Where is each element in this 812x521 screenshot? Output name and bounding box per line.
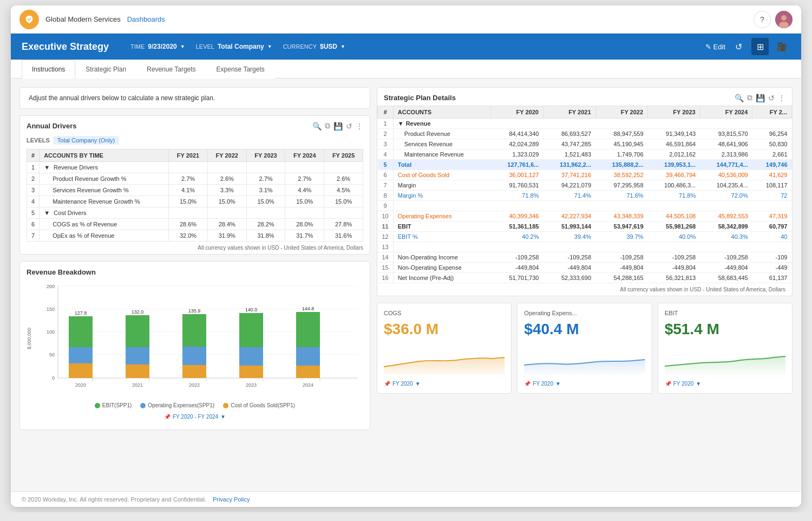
level-value: Total Company: [218, 43, 264, 50]
svg-point-1: [781, 15, 787, 21]
time-arrow: ▼: [180, 44, 185, 49]
dashboards-link[interactable]: Dashboards: [127, 15, 165, 23]
bar-chart: 200 150 100 50 0 127.8: [33, 281, 363, 394]
cogs-dot: [223, 403, 228, 408]
plan-table-wrapper[interactable]: # ACCOUNTS FY 2020 FY 2021 FY 2022 FY 20…: [377, 106, 792, 283]
save-icon[interactable]: 💾: [756, 94, 765, 102]
kpi-opex: Operating Expens... $40.4 M: [517, 303, 652, 394]
help-icon[interactable]: ?: [754, 11, 771, 28]
workday-logo: [19, 10, 39, 29]
main-content: Adjust the annual drivers below to calcu…: [11, 79, 801, 491]
table-row: 5 ▼ Cost Drivers: [27, 207, 363, 219]
currency-value: $USD: [320, 43, 337, 50]
svg-text:2023: 2023: [246, 382, 257, 388]
instructions-card: Adjust the annual drivers below to calcu…: [19, 87, 370, 109]
cogs-time: FY 2020: [392, 381, 413, 387]
table-row: 3 Services Revenue Growth % 4.1%3.3%3.1%…: [27, 185, 363, 196]
kpi-ebit-footer[interactable]: 📌 FY 2020 ▼: [665, 381, 785, 387]
camera-button[interactable]: 🎥: [773, 38, 790, 55]
svg-text:2021: 2021: [132, 382, 143, 388]
pin-icon: 📌: [665, 381, 671, 387]
svg-rect-25: [182, 314, 206, 347]
search-icon[interactable]: 🔍: [312, 122, 322, 131]
currency-filter[interactable]: CURRENCY $USD ▼: [283, 43, 345, 50]
svg-rect-20: [126, 315, 149, 347]
copy-icon[interactable]: ⧉: [747, 93, 752, 102]
table-row: 1 ▼ Revenue Drivers: [27, 162, 363, 173]
tab-expense-targets[interactable]: Expense Targets: [206, 60, 275, 79]
svg-rect-17: [69, 363, 93, 378]
table-row: 14 Non-Operating Income -109,258-109,258…: [378, 252, 792, 263]
svg-rect-36: [296, 347, 320, 366]
kpi-cogs-value: $36.0 M: [384, 321, 505, 338]
more-icon[interactable]: ⋮: [778, 94, 785, 102]
save-icon[interactable]: 💾: [333, 122, 343, 131]
chart-footer-arrow: ▼: [220, 414, 226, 420]
strategic-plan-card: Strategic Plan Details 🔍 ⧉ 💾 ↺ ⋮ #: [377, 87, 793, 296]
more-icon[interactable]: ⋮: [356, 122, 363, 131]
ebit-label: EBIT(SPP1): [102, 402, 132, 408]
currency-label: CURRENCY: [283, 43, 317, 50]
legend-ebit: EBIT(SPP1): [95, 402, 132, 408]
table-row: 13: [378, 242, 792, 252]
cogs-label: Cost of Goods Sold(SPP1): [231, 402, 295, 408]
copy-icon[interactable]: ⧉: [325, 121, 330, 131]
levels-value[interactable]: Total Company (Only): [53, 136, 119, 145]
svg-text:0: 0: [52, 375, 55, 381]
currency-arrow: ▼: [340, 44, 345, 49]
annual-drivers-card: Annual Drivers 🔍 ⧉ 💾 ↺ ⋮ LEVELS Total Co…: [19, 115, 370, 255]
right-panel: Strategic Plan Details 🔍 ⧉ 💾 ↺ ⋮ #: [377, 87, 793, 483]
svg-text:140.0: 140.0: [245, 307, 258, 312]
table-row: 10 Operating Expenses 40,399,34642,227,9…: [378, 211, 792, 222]
currency-note: All currency values shown in USD - Unite…: [20, 242, 370, 254]
app-footer: © 2020 Workday, Inc. All rights reserved…: [11, 491, 801, 507]
svg-rect-15: [69, 316, 93, 347]
chart-footer[interactable]: 📌 FY 2020 - FY 2024 ▼: [27, 411, 363, 423]
svg-text:2024: 2024: [303, 382, 313, 388]
user-avatar[interactable]: [775, 11, 793, 28]
legend-cogs: Cost of Goods Sold(SPP1): [223, 402, 295, 408]
company-name: Global Modern Services: [45, 15, 121, 23]
svg-text:100: 100: [47, 329, 55, 335]
strategic-plan-currency-note: All currency values shown in USD - Unite…: [377, 283, 792, 296]
level-filter[interactable]: LEVEL Total Company ▼: [196, 43, 272, 50]
chart-time-range: FY 2020 - FY 2024: [173, 414, 218, 420]
search-icon[interactable]: 🔍: [735, 94, 744, 102]
header-bar: Executive Strategy TIME 9/23/2020 ▼ LEVE…: [11, 34, 801, 60]
tab-strategic-plan[interactable]: Strategic Plan: [75, 60, 136, 79]
time-filter[interactable]: TIME 9/23/2020 ▼: [130, 43, 185, 50]
pin-icon: 📌: [164, 414, 171, 420]
tabs-bar: Instructions Strategic Plan Revenue Targ…: [11, 60, 801, 79]
instruction-text: Adjust the annual drivers below to calcu…: [20, 88, 370, 108]
levels-label: LEVELS: [27, 137, 50, 144]
svg-text:2020: 2020: [75, 382, 86, 388]
refresh-icon[interactable]: ↺: [768, 94, 775, 102]
page-title: Executive Strategy: [22, 41, 109, 53]
table-row: 3 Services Revenue 42,024,28943,747,2854…: [378, 139, 792, 149]
table-row: 16 Net Income (Pre-Adj) 51,701,73052,333…: [378, 273, 792, 283]
svg-text:50: 50: [49, 352, 55, 357]
svg-rect-16: [69, 347, 93, 363]
kpi-cogs-footer[interactable]: 📌 FY 2020 ▼: [384, 381, 505, 387]
kpi-row: COGS $36.0 M: [377, 303, 793, 394]
refresh-button[interactable]: ↺: [730, 38, 747, 55]
privacy-policy-link[interactable]: Privacy Policy: [213, 496, 250, 503]
time-label: TIME: [130, 43, 145, 50]
ebit-dot: [95, 403, 100, 408]
svg-text:135.9: 135.9: [188, 308, 201, 314]
left-panel: Adjust the annual drivers below to calcu…: [19, 87, 377, 483]
kpi-ebit-chart: [665, 342, 785, 376]
svg-point-2: [779, 22, 789, 28]
opex-dot: [140, 403, 146, 408]
svg-rect-22: [126, 364, 149, 378]
ebit-time: FY 2020: [673, 381, 694, 387]
top-nav: Global Modern Services Dashboards ?: [11, 5, 801, 34]
strategic-plan-toolbar: 🔍 ⧉ 💾 ↺ ⋮: [735, 93, 785, 102]
refresh-icon[interactable]: ↺: [346, 122, 352, 131]
kpi-opex-footer[interactable]: 📌 FY 2020 ▼: [524, 381, 645, 387]
tab-revenue-targets[interactable]: Revenue Targets: [136, 60, 206, 79]
grid-view-button[interactable]: ⊞: [751, 38, 769, 55]
svg-text:132.0: 132.0: [132, 309, 144, 315]
tab-instructions[interactable]: Instructions: [22, 60, 75, 79]
edit-button[interactable]: ✎ Edit: [705, 43, 725, 51]
